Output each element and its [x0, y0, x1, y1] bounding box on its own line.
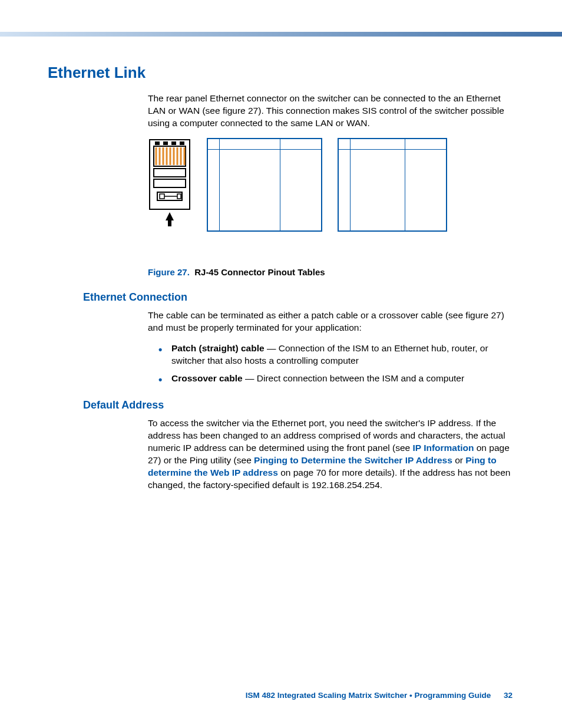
- figure-title: RJ-45 Connector Pinout Tables: [194, 267, 325, 277]
- svg-rect-1: [155, 141, 160, 145]
- ethernet-connection-paragraph: The cable can be terminated as either a …: [148, 309, 513, 334]
- link-pinging-switcher-ip[interactable]: Pinging to Determine the Switcher IP Add…: [254, 455, 452, 465]
- link-ip-information[interactable]: IP Information: [412, 443, 474, 453]
- svg-rect-15: [154, 169, 186, 177]
- rj45-connector-icon: [148, 138, 191, 229]
- bullet2-text: — Direct connection between the ISM and …: [245, 373, 464, 383]
- page-number: 32: [504, 691, 513, 700]
- bullet1-label: Patch (straight) cable: [171, 343, 265, 353]
- list-item: Crossover cable — Direct connection betw…: [158, 373, 513, 385]
- list-item: Patch (straight) cable — Connection of t…: [158, 342, 513, 367]
- pinout-table-1: [207, 138, 322, 232]
- page-footer: ISM 482 Integrated Scaling Matrix Switch…: [0, 691, 513, 700]
- svg-rect-4: [180, 141, 184, 145]
- da-text-3: or: [455, 455, 465, 465]
- svg-rect-3: [171, 141, 176, 145]
- subsection-ethernet-connection: Ethernet Connection: [83, 291, 513, 304]
- default-address-paragraph: To access the switcher via the Ethernet …: [148, 417, 513, 492]
- svg-rect-16: [154, 179, 186, 187]
- svg-rect-20: [177, 194, 181, 199]
- svg-rect-2: [163, 141, 168, 145]
- subsection-default-address: Default Address: [83, 399, 513, 411]
- figure-number: Figure 27.: [148, 267, 190, 277]
- header-gradient-bar: [0, 32, 562, 37]
- intro-paragraph: The rear panel Ethernet connector on the…: [148, 93, 513, 130]
- pinout-table-2: [338, 138, 447, 232]
- svg-rect-18: [160, 194, 164, 199]
- footer-text: ISM 482 Integrated Scaling Matrix Switch…: [246, 691, 491, 700]
- section-title: Ethernet Link: [48, 64, 513, 82]
- bullet2-label: Crossover cable: [171, 373, 243, 383]
- figure-block: Figure 27. RJ-45 Connector Pinout Tables: [148, 138, 513, 277]
- svg-marker-21: [166, 212, 174, 226]
- figure-caption: Figure 27. RJ-45 Connector Pinout Tables: [148, 267, 513, 277]
